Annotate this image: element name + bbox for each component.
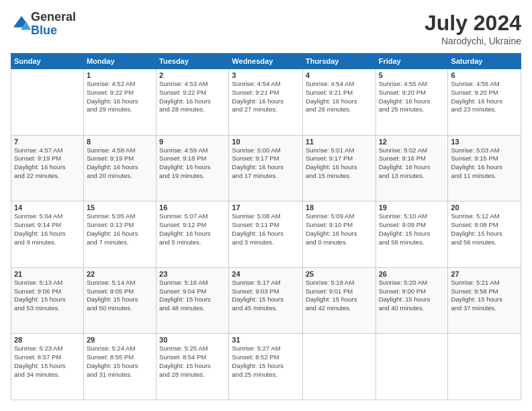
day-number: 14 [14, 203, 81, 212]
logo-blue: Blue [31, 24, 76, 38]
day-info: Sunrise: 5:00 AM Sunset: 9:17 PM Dayligh… [232, 146, 300, 181]
day-info: Sunrise: 5:18 AM Sunset: 9:01 PM Dayligh… [306, 279, 373, 313]
day-number: 7 [14, 138, 81, 146]
day-info: Sunrise: 5:14 AM Sunset: 9:05 PM Dayligh… [87, 279, 153, 313]
calendar-cell: 12Sunrise: 5:02 AM Sunset: 9:16 PM Dayli… [375, 135, 448, 201]
day-number: 23 [159, 270, 226, 278]
day-number: 21 [14, 270, 81, 278]
calendar-cell: 29Sunrise: 5:24 AM Sunset: 8:55 PM Dayli… [83, 334, 156, 400]
day-info: Sunrise: 4:56 AM Sunset: 9:20 PM Dayligh… [451, 80, 518, 114]
logo: General Blue [11, 11, 76, 38]
month-year: July 2024 [425, 11, 521, 36]
calendar-cell: 17Sunrise: 5:08 AM Sunset: 9:11 PM Dayli… [229, 201, 303, 268]
day-number: 12 [379, 138, 445, 146]
calendar-cell: 18Sunrise: 5:09 AM Sunset: 9:10 PM Dayli… [302, 201, 375, 268]
calendar-cell: 10Sunrise: 5:00 AM Sunset: 9:17 PM Dayli… [229, 135, 303, 201]
day-number: 17 [232, 203, 300, 212]
calendar-cell [375, 334, 448, 400]
calendar-cell: 26Sunrise: 5:20 AM Sunset: 9:00 PM Dayli… [375, 267, 448, 334]
day-number: 19 [379, 203, 445, 212]
day-info: Sunrise: 5:09 AM Sunset: 9:10 PM Dayligh… [306, 212, 373, 246]
location: Narodychi, Ukraine [425, 36, 521, 46]
col-header-saturday: Saturday [448, 54, 521, 69]
col-header-friday: Friday [375, 54, 448, 69]
day-info: Sunrise: 4:52 AM Sunset: 9:22 PM Dayligh… [87, 80, 153, 114]
day-info: Sunrise: 5:02 AM Sunset: 9:16 PM Dayligh… [379, 146, 445, 181]
day-number: 13 [451, 138, 518, 146]
day-info: Sunrise: 5:21 AM Sunset: 8:58 PM Dayligh… [451, 279, 518, 313]
col-header-tuesday: Tuesday [157, 54, 229, 69]
calendar-cell: 9Sunrise: 4:59 AM Sunset: 9:18 PM Daylig… [157, 135, 229, 201]
day-number: 24 [232, 270, 300, 278]
calendar-cell [448, 334, 521, 400]
calendar-cell: 8Sunrise: 4:58 AM Sunset: 9:19 PM Daylig… [83, 135, 156, 201]
day-info: Sunrise: 5:24 AM Sunset: 8:55 PM Dayligh… [87, 345, 153, 379]
calendar-cell: 20Sunrise: 5:12 AM Sunset: 9:08 PM Dayli… [448, 201, 521, 268]
day-info: Sunrise: 5:25 AM Sunset: 8:54 PM Dayligh… [159, 345, 226, 379]
day-number: 25 [306, 270, 373, 278]
day-number: 11 [306, 138, 373, 146]
calendar-cell: 1Sunrise: 4:52 AM Sunset: 9:22 PM Daylig… [83, 69, 156, 136]
day-number: 29 [87, 336, 153, 344]
day-info: Sunrise: 5:27 AM Sunset: 8:52 PM Dayligh… [232, 345, 300, 379]
week-row-1: 1Sunrise: 4:52 AM Sunset: 9:22 PM Daylig… [11, 69, 521, 136]
calendar-cell: 4Sunrise: 4:54 AM Sunset: 9:21 PM Daylig… [302, 69, 375, 136]
day-number: 3 [232, 71, 300, 79]
day-number: 18 [306, 203, 373, 212]
calendar-cell: 14Sunrise: 5:04 AM Sunset: 9:14 PM Dayli… [11, 201, 84, 268]
week-row-5: 28Sunrise: 5:23 AM Sunset: 8:57 PM Dayli… [11, 334, 521, 400]
calendar-cell [11, 69, 84, 136]
day-info: Sunrise: 5:17 AM Sunset: 9:03 PM Dayligh… [232, 279, 300, 313]
day-info: Sunrise: 4:55 AM Sunset: 9:20 PM Dayligh… [379, 80, 445, 114]
day-number: 2 [159, 71, 226, 79]
day-number: 30 [159, 336, 226, 344]
day-number: 15 [87, 203, 153, 212]
calendar-cell: 15Sunrise: 5:05 AM Sunset: 9:13 PM Dayli… [83, 201, 156, 268]
calendar-cell: 23Sunrise: 5:16 AM Sunset: 9:04 PM Dayli… [157, 267, 229, 334]
calendar-cell: 7Sunrise: 4:57 AM Sunset: 9:19 PM Daylig… [11, 135, 84, 201]
logo-general: General [31, 11, 76, 24]
day-number: 8 [87, 138, 153, 146]
calendar-cell: 25Sunrise: 5:18 AM Sunset: 9:01 PM Dayli… [302, 267, 375, 334]
day-info: Sunrise: 5:08 AM Sunset: 9:11 PM Dayligh… [232, 212, 300, 246]
calendar-cell: 19Sunrise: 5:10 AM Sunset: 9:09 PM Dayli… [375, 201, 448, 268]
title-area: July 2024 Narodychi, Ukraine [425, 11, 521, 46]
day-info: Sunrise: 4:58 AM Sunset: 9:19 PM Dayligh… [87, 146, 153, 181]
week-row-3: 14Sunrise: 5:04 AM Sunset: 9:14 PM Dayli… [11, 201, 521, 268]
day-info: Sunrise: 5:13 AM Sunset: 9:06 PM Dayligh… [14, 279, 81, 313]
day-info: Sunrise: 5:01 AM Sunset: 9:17 PM Dayligh… [306, 146, 373, 181]
calendar-cell: 27Sunrise: 5:21 AM Sunset: 8:58 PM Dayli… [448, 267, 521, 334]
col-header-monday: Monday [83, 54, 156, 69]
day-info: Sunrise: 4:54 AM Sunset: 9:21 PM Dayligh… [232, 80, 300, 114]
calendar-cell: 21Sunrise: 5:13 AM Sunset: 9:06 PM Dayli… [11, 267, 84, 334]
calendar-cell: 11Sunrise: 5:01 AM Sunset: 9:17 PM Dayli… [302, 135, 375, 201]
calendar-cell: 22Sunrise: 5:14 AM Sunset: 9:05 PM Dayli… [83, 267, 156, 334]
calendar-cell: 16Sunrise: 5:07 AM Sunset: 9:12 PM Dayli… [157, 201, 229, 268]
calendar-cell: 5Sunrise: 4:55 AM Sunset: 9:20 PM Daylig… [375, 69, 448, 136]
calendar-cell: 3Sunrise: 4:54 AM Sunset: 9:21 PM Daylig… [229, 69, 303, 136]
day-number: 22 [87, 270, 153, 278]
col-header-sunday: Sunday [11, 54, 84, 69]
page: General Blue July 2024 Narodychi, Ukrain… [0, 0, 532, 411]
day-info: Sunrise: 5:04 AM Sunset: 9:14 PM Dayligh… [14, 212, 81, 246]
day-number: 4 [306, 71, 373, 79]
calendar-cell: 24Sunrise: 5:17 AM Sunset: 9:03 PM Dayli… [229, 267, 303, 334]
day-info: Sunrise: 5:05 AM Sunset: 9:13 PM Dayligh… [87, 212, 153, 246]
day-info: Sunrise: 5:03 AM Sunset: 9:15 PM Dayligh… [451, 146, 518, 181]
day-number: 16 [159, 203, 226, 212]
day-info: Sunrise: 5:07 AM Sunset: 9:12 PM Dayligh… [159, 212, 226, 246]
header: General Blue July 2024 Narodychi, Ukrain… [11, 11, 521, 46]
day-number: 9 [159, 138, 226, 146]
col-header-thursday: Thursday [302, 54, 375, 69]
calendar-cell: 2Sunrise: 4:53 AM Sunset: 9:22 PM Daylig… [157, 69, 229, 136]
calendar-table: SundayMondayTuesdayWednesdayThursdayFrid… [11, 53, 521, 400]
day-info: Sunrise: 5:20 AM Sunset: 9:00 PM Dayligh… [379, 279, 445, 313]
day-info: Sunrise: 5:12 AM Sunset: 9:08 PM Dayligh… [451, 212, 518, 246]
calendar-cell: 13Sunrise: 5:03 AM Sunset: 9:15 PM Dayli… [448, 135, 521, 201]
day-number: 28 [14, 336, 81, 344]
day-info: Sunrise: 5:16 AM Sunset: 9:04 PM Dayligh… [159, 279, 226, 313]
day-number: 10 [232, 138, 300, 146]
day-info: Sunrise: 4:53 AM Sunset: 9:22 PM Dayligh… [159, 80, 226, 114]
day-number: 20 [451, 203, 518, 212]
day-info: Sunrise: 5:23 AM Sunset: 8:57 PM Dayligh… [14, 345, 81, 379]
